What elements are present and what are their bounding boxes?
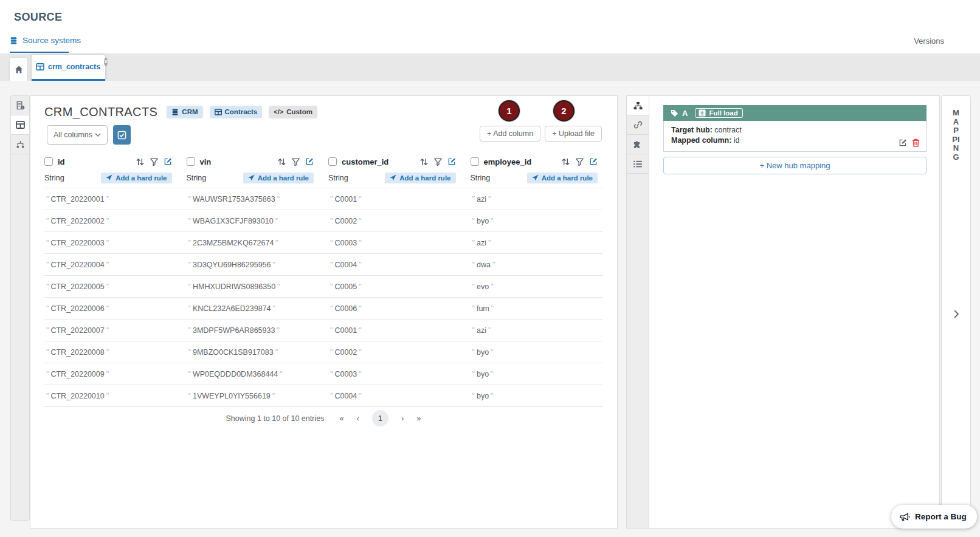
dataset-tag-custom[interactable]: </>Custom <box>269 106 317 118</box>
expand-chevron-icon[interactable] <box>942 310 970 318</box>
filter-icon[interactable] <box>292 158 300 166</box>
select-columns-button[interactable] <box>113 125 131 145</box>
filter-icon[interactable] <box>434 158 442 166</box>
table-cell: "HMHXUDRIWS0896350" <box>187 282 329 291</box>
quote-mark: " <box>491 282 493 291</box>
table-row[interactable]: "CTR_20220004""3D3QYU69H86295956""C0004"… <box>44 254 602 276</box>
quote-mark: " <box>472 239 475 247</box>
page-number[interactable]: 1 <box>372 410 388 426</box>
pagination-summary: Showing 1 to 10 of 10 entries <box>226 414 324 423</box>
tab-close-button[interactable]: × <box>104 58 108 66</box>
megaphone-icon <box>900 512 910 522</box>
quote-mark: " <box>330 326 333 335</box>
cell-value: WBAG1X3CFJF893010 <box>193 217 274 225</box>
edit-icon[interactable] <box>589 157 598 166</box>
column-header-id: id <box>44 154 187 169</box>
filter-icon[interactable] <box>576 158 584 166</box>
hierarchy-tab[interactable] <box>11 135 29 154</box>
quote-mark: " <box>275 217 278 225</box>
add-column-button[interactable]: + Add column <box>480 126 540 142</box>
first-page-button[interactable]: « <box>339 414 343 423</box>
table-row[interactable]: "CTR_20220008""9MBZO0CK1SB917083""C0002"… <box>44 341 602 363</box>
cell-value: fum <box>477 304 489 313</box>
mapping-sidebar[interactable]: MAPPING <box>941 95 971 528</box>
columns-filter-select[interactable]: All columns <box>47 125 108 145</box>
table-row[interactable]: "CTR_20220006""KNCL232A6ED239874""C0006"… <box>44 298 602 320</box>
quote-mark: " <box>472 261 475 269</box>
next-page-button[interactable]: › <box>401 414 404 423</box>
sort-icon[interactable] <box>136 158 145 166</box>
table-grid-tab[interactable] <box>11 115 29 135</box>
quote-mark: " <box>46 348 49 357</box>
table-cell: "C0002" <box>328 348 471 357</box>
quote-mark: " <box>272 392 275 400</box>
column-checkbox[interactable] <box>44 157 53 166</box>
database-icon <box>10 36 18 45</box>
column-checkbox[interactable] <box>471 157 479 166</box>
list-view-tab[interactable] <box>627 154 649 174</box>
quote-mark: " <box>46 370 49 378</box>
home-tab-button[interactable] <box>10 58 27 81</box>
tag-label: Custom <box>286 108 312 115</box>
dataset-tag-crm[interactable]: CRM <box>167 106 202 118</box>
new-hub-mapping-button[interactable]: + New hub mapping <box>663 157 927 174</box>
add-hard-rule-button[interactable]: Add a hard rule <box>527 173 598 183</box>
hub-mapping-tab[interactable] <box>627 96 649 115</box>
dataset-tag-contracts[interactable]: Contracts <box>210 106 263 118</box>
table-icon <box>36 63 44 70</box>
table-cell: "C0004" <box>328 392 471 400</box>
quote-mark: " <box>492 261 495 269</box>
edit-icon[interactable] <box>447 157 456 166</box>
quote-mark: " <box>359 348 361 357</box>
table-row[interactable]: "CTR_20220002""WBAG1X3CFJF893010""C0002"… <box>44 210 602 232</box>
quote-mark: " <box>488 239 491 247</box>
nav-source-systems[interactable]: Source systems <box>10 36 81 45</box>
cell-value: evo <box>477 282 489 291</box>
database-icon <box>171 108 179 116</box>
report-bug-button[interactable]: Report a Bug <box>891 505 977 528</box>
quote-mark: " <box>106 239 109 247</box>
left-sidebar-tabs <box>10 95 30 521</box>
add-hard-rule-button[interactable]: Add a hard rule <box>243 173 314 183</box>
cell-value: CTR_20220008 <box>50 348 104 357</box>
column-checkbox[interactable] <box>328 157 337 166</box>
versions-link[interactable]: Versions <box>914 36 944 46</box>
add-hard-rule-button[interactable]: Add a hard rule <box>385 173 455 183</box>
quote-mark: " <box>188 261 191 269</box>
table-row[interactable]: "CTR_20220009""WP0EQDDD0DM368444""C0003"… <box>44 363 602 385</box>
table-row[interactable]: "CTR_20220003""2C3MZ5BM2KQ672674""C0003"… <box>44 232 602 254</box>
quote-mark: " <box>188 370 191 378</box>
table-cell: "azi" <box>471 195 603 204</box>
pagination: Showing 1 to 10 of 10 entries « ‹ 1 › » <box>44 410 602 426</box>
table-cell: "azi" <box>471 239 603 247</box>
table-row[interactable]: "CTR_20220010""1VWEYPL0YIY556619""C0004"… <box>44 385 602 407</box>
upload-file-button[interactable]: + Upload file <box>545 126 602 142</box>
quote-mark: " <box>188 217 191 225</box>
table-row[interactable]: "CTR_20220005""HMHXUDRIWS0896350""C0005"… <box>44 276 602 298</box>
table-row[interactable]: "CTR_20220007""3MDPF5WP6AR865933""C0001"… <box>44 320 602 341</box>
last-page-button[interactable]: » <box>416 414 421 423</box>
sort-icon[interactable] <box>277 158 286 166</box>
tab-crm-contracts[interactable]: crm_contracts × <box>32 55 105 81</box>
prev-page-button[interactable]: ‹ <box>357 414 359 423</box>
tag-label: CRM <box>182 108 198 115</box>
download-icon <box>699 109 706 117</box>
business-rules-tab[interactable] <box>627 135 649 154</box>
filter-icon[interactable] <box>150 158 158 166</box>
delete-mapping-icon[interactable] <box>912 139 920 147</box>
edit-icon[interactable] <box>164 157 172 166</box>
table-cell: "C0003" <box>328 370 471 378</box>
table-cell: "dwa" <box>471 261 603 269</box>
edit-mapping-icon[interactable] <box>899 139 907 147</box>
add-hard-rule-button[interactable]: Add a hard rule <box>101 173 171 183</box>
sort-icon[interactable] <box>561 158 570 166</box>
table-row[interactable]: "CTR_20220001""WAUWSR1753A375863""C0001"… <box>44 188 602 210</box>
column-checkbox[interactable] <box>187 157 195 166</box>
table-info-tab[interactable] <box>11 96 29 115</box>
quote-mark: " <box>46 392 49 400</box>
sort-icon[interactable] <box>419 158 429 166</box>
edit-icon[interactable] <box>305 157 314 166</box>
quote-mark: " <box>472 304 475 313</box>
target-hub-label: Target hub: <box>671 126 713 134</box>
link-mapping-tab[interactable] <box>627 115 649 135</box>
